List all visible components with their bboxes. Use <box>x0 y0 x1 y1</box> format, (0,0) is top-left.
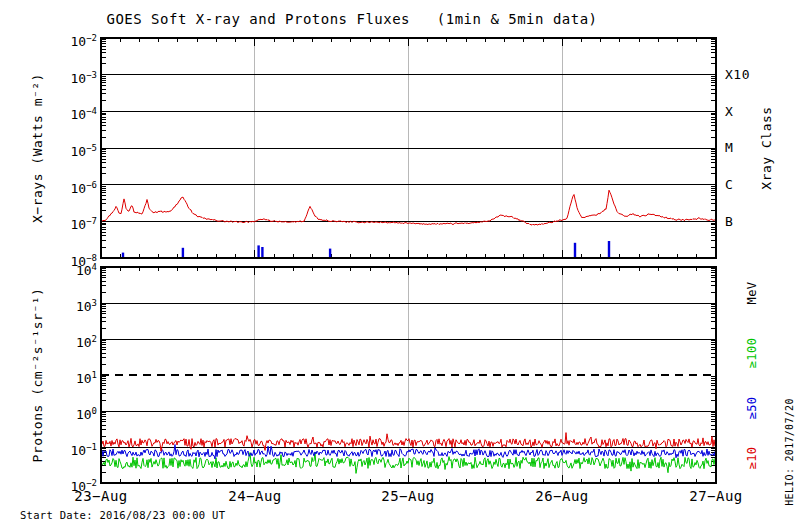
y-tick-label: 104 <box>41 259 97 279</box>
y-tick-label: 100 <box>41 403 97 423</box>
y-tick-label: 10−2 <box>41 475 97 495</box>
goes-flux-plot: GOES Soft X-ray and Protons Fluxes (1min… <box>0 0 800 530</box>
xray-class-label-x10: X10 <box>725 68 750 81</box>
proton-legend-ge100: ≥100 <box>745 338 759 369</box>
y-tick-label: 10−2 <box>41 30 97 50</box>
y-tick-label: 10−7 <box>41 213 97 233</box>
start-date-note: Start Date: 2016/08/23 00:00 UT <box>20 509 225 521</box>
y-tick-label: 101 <box>41 367 97 387</box>
x-tick-label-25aug: 25−Aug <box>353 488 463 504</box>
y-tick-label: 10−3 <box>41 67 97 87</box>
xray-class-label-c: C <box>725 178 733 191</box>
y-tick-label: 10−4 <box>41 103 97 123</box>
xray-class-label-m: M <box>725 141 733 154</box>
proton-mev-label: MeV <box>745 281 759 304</box>
plot-title: GOES Soft X-ray and Protons Fluxes (1min… <box>106 11 597 27</box>
x-tick-label-26aug: 26−Aug <box>507 488 617 504</box>
x-tick-label-27aug: 27−Aug <box>661 488 771 504</box>
credit-watermark: HELIO: 2017/07/20 <box>784 398 795 505</box>
xray-class-axis-title: Xray Class <box>759 106 774 189</box>
y-tick-label: 10−6 <box>41 177 97 197</box>
y-tick-label: 103 <box>41 295 97 315</box>
chart-canvas <box>0 0 800 530</box>
xray-class-label-x: X <box>725 105 733 118</box>
y-tick-label: 102 <box>41 331 97 351</box>
y-tick-label: 10−1 <box>41 439 97 459</box>
proton-legend-ge10: ≥10 <box>745 446 759 469</box>
y-tick-label: 10−5 <box>41 140 97 160</box>
x-tick-label-24aug: 24−Aug <box>200 488 310 504</box>
xray-class-label-b: B <box>725 215 733 228</box>
proton-legend-ge50: ≥50 <box>745 396 759 419</box>
